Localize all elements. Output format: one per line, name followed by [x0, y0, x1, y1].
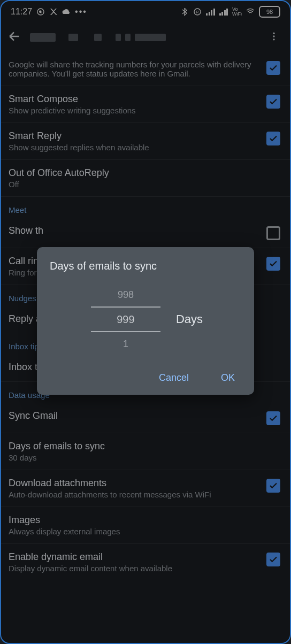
- number-picker[interactable]: 998 999 1 Days: [50, 283, 241, 356]
- dialog-overlay[interactable]: Days of emails to sync 998 999 1 Days Ca…: [1, 1, 290, 643]
- picker-prev[interactable]: 998: [118, 283, 134, 306]
- days-sync-dialog: Days of emails to sync 998 999 1 Days Ca…: [37, 247, 254, 395]
- picker-next[interactable]: 1: [123, 332, 128, 356]
- ok-button[interactable]: OK: [218, 372, 238, 384]
- picker-unit: Days: [176, 312, 203, 326]
- dialog-title: Days of emails to sync: [50, 260, 241, 272]
- cancel-button[interactable]: Cancel: [156, 372, 192, 384]
- picker-current[interactable]: 999: [117, 308, 134, 331]
